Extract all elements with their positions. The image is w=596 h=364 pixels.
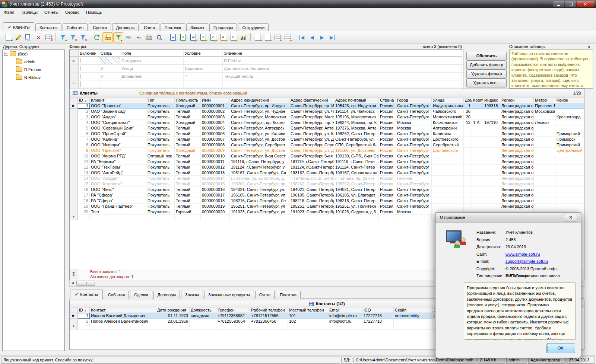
- cell[interactable]: Санкт-Петербург, ул. Калини: [230, 131, 289, 137]
- cell[interactable]: [472, 131, 483, 137]
- cell[interactable]: Теплый: [175, 153, 201, 159]
- cell[interactable]: 195196, Малоохтинск: [334, 114, 379, 120]
- cell[interactable]: Теплый: [175, 170, 201, 176]
- empty-cell[interactable]: [78, 324, 90, 330]
- cell[interactable]: Россия: [379, 148, 396, 153]
- cell[interactable]: 13: [464, 120, 472, 125]
- clear-filters-icon[interactable]: ×: [78, 33, 88, 42]
- cell[interactable]: [534, 198, 555, 204]
- cell[interactable]: Теплый: [175, 137, 201, 142]
- filter-button-Добавить фильтр[interactable]: Добавить фильтр: [466, 61, 507, 70]
- cell[interactable]: 36: [464, 109, 472, 114]
- tab-Контакты[interactable]: Контакты: [35, 23, 61, 31]
- column-header-Страна[interactable]: Страна: [379, 98, 396, 103]
- cell[interactable]: 198262, Санкт-Петер: [334, 181, 379, 187]
- cell[interactable]: [464, 137, 472, 142]
- cell[interactable]: 17227718: [362, 319, 394, 324]
- cell[interactable]: Ленинградская обл.: [500, 159, 534, 165]
- column-header-Адрес юридический[interactable]: Адрес юридический: [230, 98, 289, 103]
- cell[interactable]: 0000000003: [201, 114, 230, 120]
- cell[interactable]: ООО "Гранд-Партнер": [90, 204, 146, 209]
- cell[interactable]: ООО "Фикс": [90, 187, 146, 192]
- cell[interactable]: Покупатель: [146, 192, 175, 198]
- cell[interactable]: +78125593054: [216, 319, 250, 324]
- filter-value-cell[interactable]: D.Ershov: [223, 57, 462, 64]
- edit-record-icon[interactable]: [14, 33, 23, 42]
- cell[interactable]: [432, 204, 464, 209]
- table-row[interactable]: 9ООО "Престиж"ПокупательХолодный00000000…: [70, 148, 584, 153]
- cell[interactable]: 198216, Санкт-Петер: [334, 198, 379, 204]
- empty-cell[interactable]: [379, 215, 396, 220]
- filter-link-cell[interactable]: И: [99, 65, 120, 72]
- cell[interactable]: [472, 159, 483, 165]
- cell[interactable]: Ленинградская обл.: [500, 187, 534, 192]
- checkbox-unchecked[interactable]: [80, 58, 80, 63]
- cell[interactable]: +79112386682: [216, 313, 250, 319]
- cell[interactable]: [534, 114, 555, 120]
- cell[interactable]: Санкт-Петербург: [396, 159, 432, 165]
- cell[interactable]: [464, 176, 472, 181]
- copy-record-icon[interactable]: [24, 33, 33, 42]
- column-header-Значение[interactable]: Значение: [223, 50, 462, 57]
- cell[interactable]: 20: [464, 114, 472, 120]
- empty-cell[interactable]: [184, 80, 223, 88]
- cell[interactable]: Теплый: [175, 198, 201, 204]
- cell[interactable]: Россия: [379, 125, 396, 131]
- expander-icon[interactable]: −: [4, 52, 8, 56]
- cell[interactable]: 9: [78, 148, 90, 153]
- scroll-left-arrow-icon[interactable]: ◀: [70, 281, 76, 286]
- cell[interactable]: [534, 131, 555, 137]
- filter-link-cell[interactable]: [99, 57, 120, 64]
- cell[interactable]: [534, 165, 555, 170]
- cell[interactable]: 194021, Санкт-Петербур: [289, 187, 334, 192]
- cell[interactable]: [534, 159, 555, 165]
- cell[interactable]: Ленинградская обл.: [500, 131, 534, 137]
- column-header-ID[interactable]: ID ▲: [78, 98, 90, 103]
- empty-cell[interactable]: [156, 324, 190, 330]
- cell[interactable]: Санкт-Петербург, Серебрист: [230, 142, 289, 148]
- add-filter-icon[interactable]: +: [58, 33, 67, 42]
- empty-cell[interactable]: [230, 215, 289, 220]
- filter-button-Удалить все...[interactable]: Удалить все...: [466, 79, 507, 87]
- find-icon[interactable]: ∞: [134, 33, 143, 42]
- cell[interactable]: 17227718: [362, 313, 394, 319]
- cell[interactable]: 198216, Санкт-Петербург, Ле: [230, 198, 289, 204]
- table-row[interactable]: 16ООО "Фикс"ПокупательТеплый000000001619…: [70, 187, 584, 192]
- cell[interactable]: Санкт-Петербург, Аптекарск: [230, 125, 289, 131]
- cell[interactable]: 0000000008: [201, 142, 230, 148]
- cell[interactable]: [432, 165, 464, 170]
- cell[interactable]: РА "Сфера": [90, 192, 146, 198]
- cell[interactable]: [472, 192, 483, 198]
- cell[interactable]: 15: [78, 181, 90, 187]
- cell[interactable]: 6: [78, 131, 90, 137]
- about-field-value[interactable]: www.simple-soft.ru: [505, 251, 540, 258]
- empty-cell[interactable]: [394, 324, 432, 330]
- cell[interactable]: Санкт-Петербург, Аптек: [289, 125, 334, 131]
- cell[interactable]: Санкт-Петербург, ул. До: [289, 137, 334, 142]
- cell[interactable]: 1: [464, 103, 472, 109]
- cell[interactable]: Санкт-Петербург, ул. Достое: [230, 148, 289, 153]
- cell[interactable]: Россия: [379, 209, 396, 215]
- cell[interactable]: 196244, Москва, пр. К: [334, 120, 379, 125]
- cell[interactable]: [483, 192, 500, 198]
- cell[interactable]: 1-А: [472, 120, 483, 125]
- filter-field-cell[interactable]: Добавлено: [120, 73, 184, 80]
- cell[interactable]: 195426, пр. Индустри: [334, 103, 379, 109]
- cell[interactable]: 13: [78, 170, 90, 176]
- cell[interactable]: [464, 148, 472, 153]
- cell[interactable]: 102: [288, 319, 328, 324]
- tree-item-(Все)[interactable]: −(Все): [3, 50, 64, 58]
- tree-item-N.Ritikov[interactable]: N.Ritikov: [3, 73, 64, 81]
- cell[interactable]: [472, 181, 483, 187]
- cell[interactable]: г. Гатчина, пр. 25 окт: [334, 176, 379, 181]
- cell[interactable]: [464, 153, 472, 159]
- cell[interactable]: [472, 125, 483, 131]
- cell[interactable]: Санкт-Петербург, Малоохтин: [230, 114, 289, 120]
- tab-Заказы[interactable]: Заказы: [186, 23, 208, 31]
- cell[interactable]: [472, 165, 483, 170]
- cell[interactable]: [483, 204, 500, 209]
- empty-cell[interactable]: [216, 324, 250, 330]
- cell[interactable]: [534, 170, 555, 176]
- empty-cell[interactable]: [223, 80, 462, 88]
- cell[interactable]: 2: [78, 109, 90, 114]
